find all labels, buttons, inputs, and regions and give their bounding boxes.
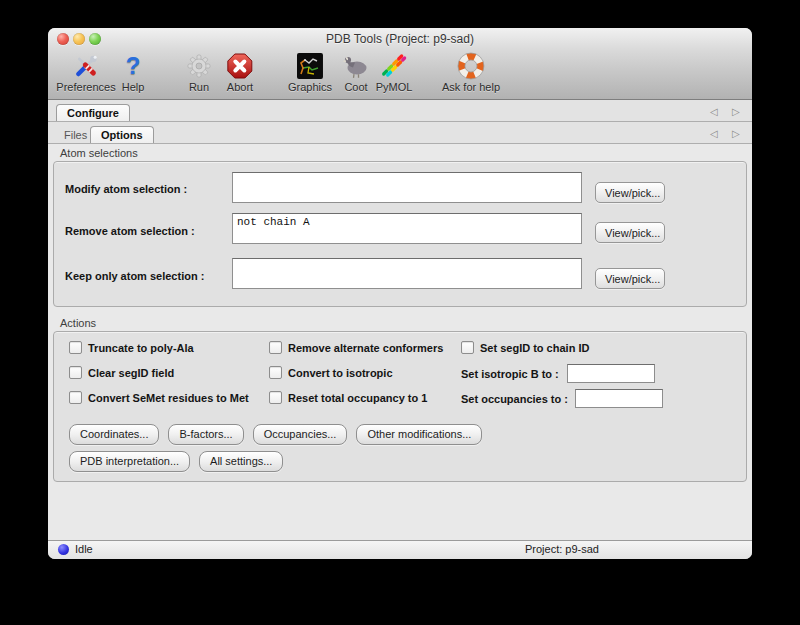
- checkbox-box-icon: [269, 391, 282, 404]
- all-settings-button[interactable]: All settings...: [199, 451, 283, 472]
- tab-scroll-right-icon[interactable]: ▷: [732, 105, 740, 116]
- checkbox-box-icon: [461, 341, 474, 354]
- view-pick-keep-only-button[interactable]: View/pick...: [595, 268, 665, 289]
- toolbar-label-graphics: Graphics: [288, 81, 332, 93]
- action-buttons-row-2: PDB interpretation... All settings...: [69, 451, 283, 472]
- checkbox-box-icon: [69, 391, 82, 404]
- set-isotropic-b-label: Set isotropic B to :: [461, 368, 559, 380]
- zoom-window-button[interactable]: [89, 33, 101, 45]
- tab-scroll-left-icon[interactable]: ◁: [710, 105, 718, 116]
- toolbar-label-ask-for-help: Ask for help: [442, 81, 500, 93]
- toolbar-button-ask-for-help[interactable]: Ask for help: [442, 51, 500, 93]
- status-indicator-ball-icon: [58, 544, 69, 555]
- coordinates-button[interactable]: Coordinates...: [69, 424, 159, 445]
- actions-group-label: Actions: [60, 317, 96, 329]
- toolbar-label-help: Help: [122, 81, 145, 93]
- app-window: PDB Tools (Project: p9-sad) Preferences …: [48, 28, 752, 559]
- set-occupancies-label: Set occupancies to :: [461, 393, 568, 405]
- b-factors-button[interactable]: B-factors...: [168, 424, 243, 445]
- tab-scroll-right-icon[interactable]: ▷: [732, 127, 740, 138]
- lifebuoy-icon: [442, 51, 500, 81]
- close-window-button[interactable]: [57, 33, 69, 45]
- titlebar-toolbar: PDB Tools (Project: p9-sad) Preferences …: [48, 28, 752, 100]
- tab-configure[interactable]: Configure: [56, 104, 130, 121]
- status-bar: Idle Project: p9-sad: [48, 540, 752, 559]
- checkbox-reset-total-occupancy[interactable]: Reset total occupancy to 1: [269, 391, 427, 404]
- abort-stop-icon: [227, 51, 253, 81]
- toolbar-label-abort: Abort: [227, 81, 253, 93]
- checkbox-box-icon: [269, 341, 282, 354]
- outer-tab-bar: Configure ◁ ▷: [48, 100, 752, 122]
- toolbar-label-run: Run: [186, 81, 212, 93]
- project-label: Project: p9-sad: [525, 543, 599, 555]
- view-pick-modify-button[interactable]: View/pick...: [595, 182, 665, 203]
- gear-icon: [186, 51, 212, 81]
- inner-tab-bar: Files Options ◁ ▷: [48, 122, 752, 144]
- occupancies-button[interactable]: Occupancies...: [253, 424, 348, 445]
- toolbar-label-preferences: Preferences: [56, 81, 115, 93]
- atom-selections-group-label: Atom selections: [60, 147, 138, 159]
- question-mark-icon: ?: [122, 51, 145, 81]
- checkbox-box-icon: [269, 366, 282, 379]
- toolbar-button-pymol[interactable]: PyMOL: [376, 51, 413, 93]
- status-text: Idle: [75, 543, 93, 555]
- crossed-tools-icon: [56, 51, 115, 81]
- rainbow-ribbon-icon: [376, 51, 413, 81]
- toolbar-button-coot[interactable]: Coot: [342, 51, 370, 93]
- other-modifications-button[interactable]: Other modifications...: [356, 424, 482, 445]
- keep-only-atom-selection-label: Keep only atom selection :: [65, 270, 204, 282]
- tab-options[interactable]: Options: [90, 126, 154, 143]
- tab-scroll-left-icon[interactable]: ◁: [710, 127, 718, 138]
- checkbox-truncate-to-poly-ala[interactable]: Truncate to poly-Ala: [69, 341, 194, 354]
- toolbar-button-abort[interactable]: Abort: [227, 51, 253, 93]
- keep-only-atom-selection-input[interactable]: [232, 258, 582, 289]
- checkbox-remove-alternate-conformers[interactable]: Remove alternate conformers: [269, 341, 443, 354]
- molecule-graphics-icon: [288, 51, 332, 81]
- checkbox-convert-semet-to-met[interactable]: Convert SeMet residues to Met: [69, 391, 249, 404]
- minimize-window-button[interactable]: [73, 33, 85, 45]
- modify-atom-selection-label: Modify atom selection :: [65, 183, 187, 195]
- coot-bird-icon: [342, 51, 370, 81]
- toolbar-label-coot: Coot: [342, 81, 370, 93]
- set-occupancies-input[interactable]: [575, 389, 663, 408]
- toolbar-button-help[interactable]: ? Help: [122, 51, 145, 93]
- view-pick-remove-button[interactable]: View/pick...: [595, 222, 665, 243]
- remove-atom-selection-label: Remove atom selection :: [65, 225, 195, 237]
- set-isotropic-b-input[interactable]: [567, 364, 655, 383]
- pdb-interpretation-button[interactable]: PDB interpretation...: [69, 451, 190, 472]
- modify-atom-selection-input[interactable]: [232, 172, 582, 203]
- checkbox-box-icon: [69, 366, 82, 379]
- toolbar-label-pymol: PyMOL: [376, 81, 413, 93]
- toolbar-button-graphics[interactable]: Graphics: [288, 51, 332, 93]
- toolbar-button-run[interactable]: Run: [186, 51, 212, 93]
- checkbox-box-icon: [69, 341, 82, 354]
- checkbox-set-segid-to-chain-id[interactable]: Set segID to chain ID: [461, 341, 589, 354]
- toolbar-button-preferences[interactable]: Preferences: [56, 51, 115, 93]
- checkbox-clear-segid-field[interactable]: Clear segID field: [69, 366, 174, 379]
- remove-atom-selection-input[interactable]: not chain A: [232, 213, 582, 244]
- checkbox-convert-to-isotropic[interactable]: Convert to isotropic: [269, 366, 393, 379]
- window-title: PDB Tools (Project: p9-sad): [108, 32, 692, 46]
- action-buttons-row-1: Coordinates... B-factors... Occupancies.…: [69, 424, 482, 445]
